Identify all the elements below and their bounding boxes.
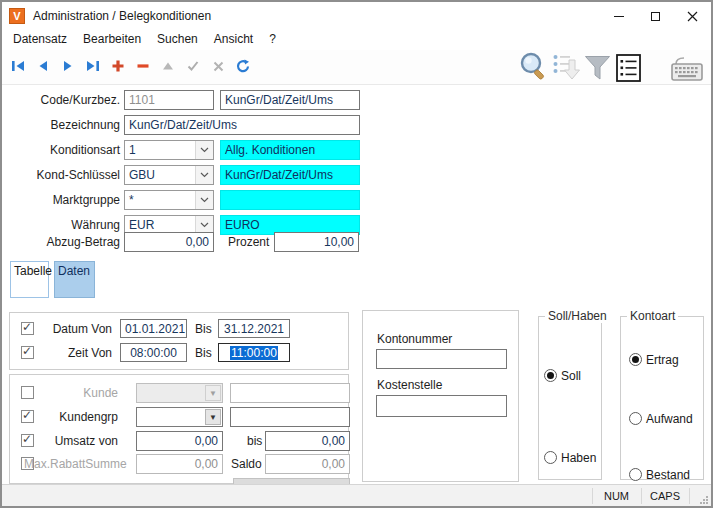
refresh-button[interactable] <box>236 59 250 73</box>
saldo-field[interactable]: 0,00 <box>265 454 350 474</box>
window-controls <box>600 2 711 30</box>
radio-bestand-label: Bestand <box>646 468 690 482</box>
zeit-von-field[interactable]: 08:00:00 <box>120 343 187 362</box>
prozent-field[interactable]: 10,00 <box>274 232 359 252</box>
zeit-von-label: Zeit Von <box>40 343 112 363</box>
umsatz-von-field[interactable]: 0,00 <box>136 431 223 451</box>
kontoart-legend: Kontoart <box>627 309 678 323</box>
apply-button[interactable] <box>186 59 200 73</box>
first-record-button[interactable] <box>11 59 25 73</box>
kundengrp-combo[interactable]: ▼ <box>136 407 223 427</box>
toolbar <box>2 50 711 85</box>
keyboard-button[interactable] <box>670 55 704 82</box>
menu-suchen[interactable]: Suchen <box>149 30 206 50</box>
radio-soll[interactable] <box>544 369 557 382</box>
marktgruppe-text <box>220 190 360 210</box>
radio-haben[interactable] <box>544 451 557 464</box>
rabatt-field[interactable]: 0,00 <box>136 454 223 474</box>
abzug-betrag-field[interactable]: 0,00 <box>124 232 214 252</box>
checkbox-zeit[interactable] <box>21 346 34 359</box>
tab-tabelle[interactable]: Tabelle <box>10 261 49 298</box>
kontonummer-label: Kontonummer <box>377 329 497 349</box>
kond-schluessel-label: Kond-Schlüssel <box>10 165 120 185</box>
kundengrp-name-field[interactable] <box>230 407 350 427</box>
minimize-button[interactable] <box>600 2 637 30</box>
caps-lock-indicator: CAPS <box>641 485 689 507</box>
checkbox-datum[interactable] <box>21 322 34 335</box>
menu-ansicht[interactable]: Ansicht <box>206 30 261 50</box>
refresh-icon <box>236 59 250 73</box>
chevron-down-icon <box>195 191 213 209</box>
list-view-button[interactable] <box>616 54 641 82</box>
plus-icon <box>112 60 124 72</box>
soll-haben-legend: Soll/Haben <box>545 309 610 323</box>
record-navigation-group <box>11 59 250 73</box>
cancel-button[interactable] <box>211 59 225 73</box>
close-button[interactable] <box>674 2 711 30</box>
rabatt-label: Max.RabattSumme <box>24 454 118 474</box>
konditionsart-combo[interactable]: 1 <box>124 140 214 160</box>
menu-bearbeiten[interactable]: Bearbeiten <box>75 30 149 50</box>
code-name-field[interactable]: KunGr/Dat/Zeit/Ums <box>220 90 360 110</box>
chevron-down-icon <box>195 166 213 184</box>
kunde-label: Kunde <box>30 383 118 403</box>
next-record-button[interactable] <box>61 59 75 73</box>
resize-grip[interactable] <box>700 496 709 505</box>
titlebar: V Administration / Belegkonditionen <box>2 2 711 30</box>
radio-ertrag-label: Ertrag <box>646 353 679 367</box>
move-up-button[interactable] <box>161 59 175 73</box>
filter-button[interactable] <box>584 55 611 81</box>
kontonummer-input[interactable] <box>376 349 507 369</box>
radio-bestand[interactable] <box>629 468 642 481</box>
datum-bis-label: Bis <box>195 319 215 339</box>
sort-list-icon <box>552 53 582 82</box>
add-record-button[interactable] <box>111 59 125 73</box>
next-record-icon <box>62 60 74 72</box>
previous-record-button[interactable] <box>36 59 50 73</box>
last-record-button[interactable] <box>86 59 100 73</box>
datum-von-field[interactable]: 01.01.2021 <box>120 319 187 338</box>
list-view-icon <box>616 54 641 82</box>
kunde-combo[interactable]: ▼ <box>136 383 223 403</box>
num-lock-indicator: NUM <box>592 485 641 507</box>
datum-bis-field[interactable]: 31.12.2021 <box>218 319 290 338</box>
bezeichnung-field[interactable]: KunGr/Dat/Zeit/Ums <box>124 115 360 135</box>
kostenstelle-input[interactable] <box>376 395 507 417</box>
kond-schluessel-combo[interactable]: GBU <box>124 165 214 185</box>
marktgruppe-label: Marktgruppe <box>10 190 120 210</box>
last-record-icon <box>86 60 100 72</box>
konditionsart-label: Konditionsart <box>10 140 120 160</box>
sort-list-button[interactable] <box>552 53 582 82</box>
konditionsart-text: Allg. Konditionen <box>220 140 360 160</box>
maximize-button[interactable] <box>637 2 674 30</box>
umsatz-bis-field[interactable]: 0,00 <box>265 431 350 451</box>
kunde-umsatz-groupbox: Kunde ▼ Kundengrp ▼ Umsatz von 0,00 bis … <box>9 374 349 484</box>
search-button[interactable] <box>518 51 549 83</box>
zeit-bis-field[interactable]: 11:00:00 <box>218 343 290 362</box>
keyboard-icon <box>670 55 704 82</box>
app-logo-icon: V <box>9 8 25 24</box>
kond-schluessel-text: KunGr/Dat/Zeit/Ums <box>220 165 360 185</box>
radio-ertrag[interactable] <box>629 353 642 366</box>
kostenstelle-label: Kostenstelle <box>377 375 497 395</box>
tab-daten[interactable]: Daten <box>54 261 95 298</box>
code-label: Code/Kurzbez. <box>10 90 120 110</box>
datum-zeit-groupbox: Datum Von 01.01.2021 Bis 31.12.2021 Zeit… <box>9 312 349 370</box>
radio-haben-label: Haben <box>561 451 596 465</box>
menu-help[interactable]: ? <box>261 30 284 50</box>
umsatz-von-label: Umsatz von <box>30 431 118 451</box>
first-record-icon <box>11 60 25 72</box>
datum-von-label: Datum Von <box>40 319 112 339</box>
minimize-icon <box>614 16 624 17</box>
marktgruppe-combo[interactable]: * <box>124 190 214 210</box>
chevron-down-icon <box>195 141 213 159</box>
window-title: Administration / Belegkonditionen <box>33 2 211 30</box>
radio-aufwand[interactable] <box>629 412 642 425</box>
delete-record-button[interactable] <box>136 59 150 73</box>
umsatz-bis-label: bis <box>247 431 265 451</box>
filter-icon <box>584 55 611 81</box>
kunde-name-field[interactable] <box>230 383 350 403</box>
dropdown-arrow-icon: ▼ <box>205 385 221 401</box>
menu-datensatz[interactable]: Datensatz <box>5 30 75 50</box>
code-field[interactable]: 1101 <box>124 90 214 110</box>
